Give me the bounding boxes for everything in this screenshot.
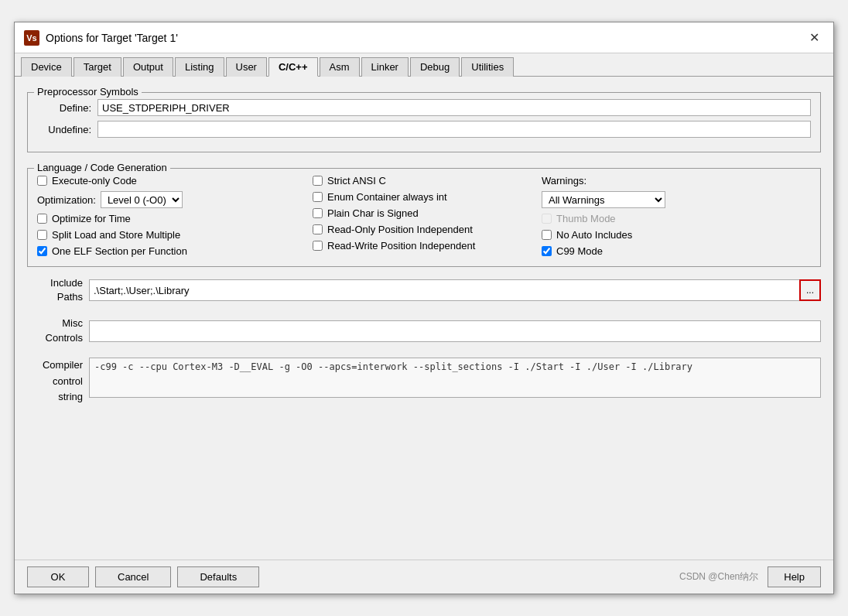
thumb-mode-label: Thumb Mode [556,213,616,224]
c99-mode-row: C99 Mode [542,245,811,257]
watermark: CSDN @Chen纳尔 [679,570,758,583]
lang-col-3: Warnings: All Warnings No Warnings Thumb… [542,175,811,257]
split-load-row: Split Load and Store Multiple [37,229,300,241]
execute-only-checkbox[interactable] [37,176,47,186]
tab-listing[interactable]: Listing [175,57,224,77]
close-button[interactable]: ✕ [805,29,824,46]
tab-linker[interactable]: Linker [361,57,409,77]
plain-char-row: Plain Char is Signed [313,207,529,219]
optimize-time-label: Optimize for Time [52,213,131,224]
read-write-pos-checkbox[interactable] [313,241,323,251]
plain-char-checkbox[interactable] [313,208,323,218]
include-paths-section: Include Paths ... [27,276,821,304]
tab-target[interactable]: Target [74,57,121,77]
optimization-row: Optimization: Level 0 (-O0) Level 1 (-O1… [37,191,300,208]
compiler-control-label: Compiler control string [27,358,89,406]
one-elf-checkbox[interactable] [37,246,47,256]
c99-mode-label: C99 Mode [556,245,603,257]
compiler-control-section: Compiler control string -c99 -c --cpu Co… [27,358,821,406]
warnings-group: Warnings: All Warnings No Warnings [542,175,811,208]
split-load-checkbox[interactable] [37,230,47,240]
action-buttons: OK Cancel Defaults [27,566,259,587]
split-load-label: Split Load and Store Multiple [52,229,180,241]
read-write-pos-label: Read-Write Position Independent [327,240,475,252]
help-button[interactable]: Help [768,566,821,587]
lang-section: Execute-only Code Optimization: Level 0 … [37,175,811,257]
undefine-input[interactable] [97,121,811,138]
thumb-mode-row: Thumb Mode [542,213,811,224]
misc-controls-label: Misc Controls [27,317,89,344]
lang-col-2: Strict ANSI C Enum Container always int … [313,175,529,257]
read-only-pos-checkbox[interactable] [313,224,323,234]
tab-utilities[interactable]: Utilities [461,57,514,77]
optimize-time-checkbox[interactable] [37,214,47,224]
ok-button[interactable]: OK [27,566,89,587]
execute-only-label: Execute-only Code [52,175,137,187]
preprocessor-group-label: Preprocessor Symbols [34,86,142,98]
strict-ansi-checkbox[interactable] [313,176,323,186]
read-only-pos-row: Read-Only Position Independent [313,224,529,235]
strict-ansi-row: Strict ANSI C [313,175,529,187]
undefine-label: Undefine: [37,124,91,135]
cancel-button[interactable]: Cancel [95,566,171,587]
read-only-pos-label: Read-Only Position Independent [327,224,473,235]
language-group: Language / Code Generation Execute-only … [27,168,821,267]
no-auto-includes-label: No Auto Includes [556,229,632,241]
misc-controls-section: Misc Controls [27,317,821,344]
optimization-label: Optimization: [37,194,96,206]
tabs-bar: Device Target Output Listing User C/C++ … [15,53,833,77]
tab-asm[interactable]: Asm [320,57,360,77]
optimization-select[interactable]: Level 0 (-O0) Level 1 (-O1) Level 2 (-O2… [101,191,183,208]
include-paths-label: Include Paths [27,276,89,304]
tab-cpp[interactable]: C/C++ [268,57,318,77]
include-paths-input[interactable] [89,279,799,301]
execute-only-row: Execute-only Code [37,175,300,187]
language-group-label: Language / Code Generation [34,162,170,173]
tab-output[interactable]: Output [123,57,173,77]
dialog-title: Options for Target 'Target 1' [46,32,178,44]
include-input-wrap: ... [89,276,821,304]
app-icon: Vs [24,30,39,46]
one-elf-row: One ELF Section per Function [37,245,300,257]
main-dialog: Vs Options for Target 'Target 1' ✕ Devic… [14,22,834,594]
lang-col-1: Execute-only Code Optimization: Level 0 … [37,175,300,257]
c99-mode-checkbox[interactable] [542,246,552,256]
read-write-pos-row: Read-Write Position Independent [313,240,529,252]
define-row: Define: [37,99,811,116]
undefine-row: Undefine: [37,121,811,138]
bottom-bar: OK Cancel Defaults CSDN @Chen纳尔 Help [15,560,833,594]
enum-container-row: Enum Container always int [313,191,529,203]
thumb-mode-checkbox [542,214,552,224]
warnings-label: Warnings: [542,175,811,187]
compiler-control-textarea: -c99 -c --cpu Cortex-M3 -D__EVAL -g -O0 … [89,358,821,398]
include-paths-browse-button[interactable]: ... [799,279,821,301]
plain-char-label: Plain Char is Signed [327,207,419,219]
enum-container-checkbox[interactable] [313,192,323,202]
define-label: Define: [37,102,91,114]
optimize-time-row: Optimize for Time [37,213,300,224]
tab-debug[interactable]: Debug [410,57,460,77]
one-elf-label: One ELF Section per Function [52,245,187,257]
defaults-button[interactable]: Defaults [177,566,259,587]
title-bar-left: Vs Options for Target 'Target 1' [24,30,178,46]
strict-ansi-label: Strict ANSI C [327,175,386,187]
warnings-select[interactable]: All Warnings No Warnings [542,191,665,208]
title-bar: Vs Options for Target 'Target 1' ✕ [15,22,833,53]
no-auto-includes-row: No Auto Includes [542,229,811,241]
misc-controls-input[interactable] [89,320,821,342]
tab-device[interactable]: Device [21,57,72,77]
no-auto-includes-checkbox[interactable] [542,230,552,240]
preprocessor-group: Preprocessor Symbols Define: Undefine: [27,92,821,152]
dialog-body: Preprocessor Symbols Define: Undefine: L… [15,77,833,560]
enum-container-label: Enum Container always int [327,191,447,203]
define-input[interactable] [97,99,811,116]
tab-user[interactable]: User [226,57,267,77]
